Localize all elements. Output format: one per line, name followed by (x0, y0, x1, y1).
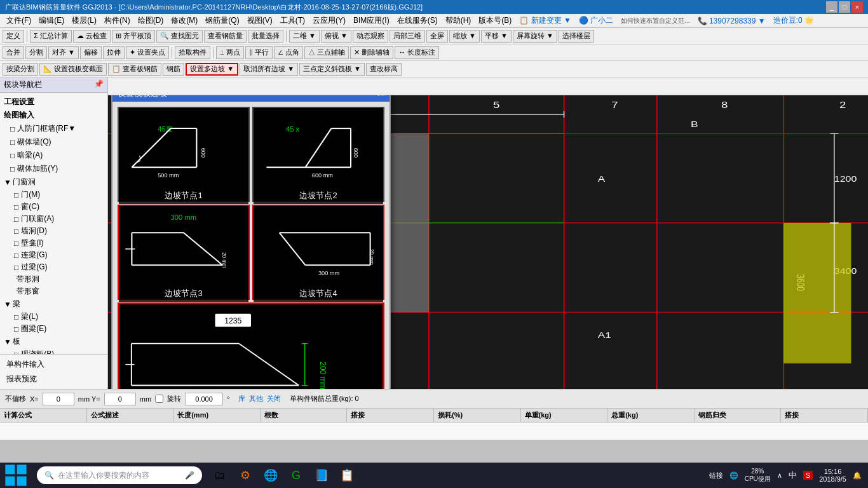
sidebar-item-castslab[interactable]: □现浇板(B) (0, 348, 107, 354)
tb-zoom[interactable]: 缩放 ▼ (449, 30, 480, 43)
cad-area[interactable]: 6500 5 7 8 2 B A A1 1200 3400 3600 (108, 78, 868, 389)
tb-rebar-text[interactable]: 钢筋 (163, 63, 184, 76)
sidebar-item-ringbeam[interactable]: □圈梁(E) (0, 323, 107, 335)
taskbar-icon-1[interactable]: 🗂 (207, 463, 233, 488)
tb-set-slope[interactable]: 设置多边坡 ▼ (186, 63, 238, 76)
notification-btn[interactable]: 🔔 (853, 471, 862, 480)
tb-view-rebar[interactable]: 查看钢筋量 (204, 30, 247, 43)
start-button[interactable] (0, 463, 32, 488)
menu-price[interactable]: 造价豆:0 🌟 (770, 14, 818, 27)
menu-phone[interactable]: 📞 13907298339 ▼ (694, 15, 770, 27)
slope-node-3[interactable]: 300 mm 20 mm 边坡节点3 (118, 205, 250, 300)
menu-modify[interactable]: 修改(M) (167, 14, 201, 27)
tb-dim[interactable]: ↔ 长度标注 (395, 46, 439, 59)
rotate-checkbox[interactable] (155, 395, 163, 403)
tb-merge[interactable]: 合并 (3, 46, 24, 59)
sidebar-section-project[interactable]: 工程设置 (0, 95, 107, 109)
sidebar-item-stripwindow[interactable]: 带形窗 (0, 285, 107, 297)
tb-pick[interactable]: 拾取构件 (175, 46, 210, 59)
tb-grip[interactable]: ✦ 设置夹点 (126, 46, 169, 59)
slope-node-2[interactable]: 45 x 600 mm 600 边坡节点2 (252, 107, 384, 202)
tb-orbit[interactable]: 动态观察 (353, 30, 388, 43)
tb-set-section[interactable]: 📐 设置筏板变截面 (39, 63, 107, 76)
sidebar-item-beam[interactable]: □梁(L) (0, 311, 107, 323)
menu-bim[interactable]: BIM应用(I) (349, 14, 393, 27)
taskbar-icon-5[interactable]: 📘 (309, 463, 334, 488)
tab-other[interactable]: 其他 (249, 394, 263, 403)
menu-tools[interactable]: 工具(T) (276, 14, 309, 27)
tb-cancel-slope[interactable]: 取消所有边坡 ▼ (240, 63, 298, 76)
menu-view[interactable]: 视图(V) (243, 14, 276, 27)
sidebar-item-wallhole[interactable]: □墙洞(D) (0, 225, 107, 237)
maximize-button[interactable]: □ (839, 1, 850, 13)
tb-calc[interactable]: Σ 汇总计算 (30, 30, 72, 43)
tb-rotate[interactable]: 屏幕旋转 ▼ (513, 30, 557, 43)
menu-file[interactable]: 文件(F) (3, 14, 35, 27)
tb-select-floor[interactable]: 选择楼层 (559, 30, 594, 43)
sidebar-item-hbeam[interactable]: □暗梁(A) (0, 149, 107, 162)
sidebar-pin[interactable]: 📌 (94, 79, 104, 90)
close-button[interactable]: × (851, 1, 863, 13)
sidebar-report[interactable]: 报表预览 (4, 372, 104, 386)
tb-split-beam[interactable]: 按梁分割 (3, 63, 38, 76)
menu-guang[interactable]: 🔵 广小二 (575, 14, 617, 27)
sidebar-item-coupling[interactable]: □连梁(G) (0, 249, 107, 261)
tray-link[interactable]: 链接 (709, 471, 723, 480)
lang-indicator[interactable]: 中 (789, 470, 797, 481)
sidebar-item-niche[interactable]: □壁龛(I) (0, 237, 107, 249)
tb-offset[interactable]: 偏移 (80, 46, 102, 59)
sidebar-item-lintel[interactable]: □过梁(G) (0, 261, 107, 273)
tb-define[interactable]: 定义 (3, 30, 24, 43)
sidebar-group-opening[interactable]: ▼门窗洞 (0, 175, 107, 189)
x-input[interactable] (43, 393, 74, 405)
sidebar-group-beam[interactable]: ▼梁 (0, 297, 107, 311)
tb-align[interactable]: 对齐 ▼ (48, 46, 79, 59)
tb-view-bar[interactable]: 📋 查看板钢筋 (108, 63, 161, 76)
sidebar-item-rffm[interactable]: □人防门框墙(RF▼ (0, 122, 107, 135)
menu-online[interactable]: 在线服务(S) (393, 14, 442, 27)
menu-cloud[interactable]: 云应用(Y) (309, 14, 349, 27)
slope-node-1[interactable]: 45度 500 mm 600 边坡节 (118, 107, 250, 202)
tab-close[interactable]: 关闭 (267, 394, 281, 403)
taskbar-icon-3[interactable]: 🌐 (258, 463, 283, 488)
mic-icon[interactable]: 🎤 (185, 471, 194, 480)
tb-3axis[interactable]: △ 三点辅轴 (304, 46, 349, 59)
sidebar-item-striphole[interactable]: 带形洞 (0, 273, 107, 285)
sidebar-group-slab[interactable]: ▼板 (0, 335, 107, 348)
menu-edit[interactable]: 编辑(E) (35, 14, 68, 27)
ime-indicator[interactable]: S (803, 471, 813, 480)
rotate-input[interactable] (185, 393, 223, 405)
sidebar-item-doorwindow[interactable]: □门联窗(A) (0, 213, 107, 225)
menu-version[interactable]: 版本号(B) (475, 14, 515, 27)
minimize-button[interactable]: _ (826, 1, 837, 13)
sidebar-item-masonry[interactable]: □砌体墙(Q) (0, 135, 107, 149)
tb-batch[interactable]: 批量选择 (248, 30, 283, 43)
menu-rebar[interactable]: 钢筋量(Q) (201, 14, 243, 27)
slope-node-4[interactable]: 300 mm 20 mm 边坡节点4 (252, 205, 384, 300)
search-bar[interactable]: 🔍 在这里输入你要搜索的内容 🎤 (37, 466, 202, 484)
tb-cloudcheck[interactable]: ☁ 云检查 (73, 30, 111, 43)
tb-twopoints[interactable]: ⟂ 两点 (216, 46, 244, 59)
tb-del-axis[interactable]: ✕ 删除辅轴 (350, 46, 393, 59)
menu-help[interactable]: 帮助(H) (442, 14, 475, 27)
tb-3point-slab[interactable]: 三点定义斜筏板 ▼ (299, 63, 365, 76)
menu-layout[interactable]: 如何快速布置自定义范... (617, 15, 693, 27)
tb-local3d[interactable]: 局部三维 (390, 30, 425, 43)
menu-draw[interactable]: 绘图(D) (134, 14, 168, 27)
tray-up-arrow[interactable]: ∧ (777, 471, 782, 480)
y-input[interactable] (104, 393, 136, 405)
menu-new-change[interactable]: 📋 新建变更 ▼ (515, 14, 575, 27)
tb-fullscreen[interactable]: 全屏 (426, 30, 448, 43)
slope-node-5-large[interactable]: 1235 200 mm (118, 302, 384, 389)
tray-network[interactable]: 🌐 (729, 471, 738, 480)
tb-pointangle[interactable]: ∠ 点角 (274, 46, 303, 59)
tb-edit-height[interactable]: 查改标高 (366, 63, 402, 76)
tab-library[interactable]: 库 (238, 394, 245, 403)
tb-2d[interactable]: 二维 ▼ (289, 30, 320, 43)
menu-floor[interactable]: 楼层(L) (68, 14, 100, 27)
tb-find[interactable]: 🔍 查找图元 (156, 30, 203, 43)
sidebar-section-draw[interactable]: 绘图输入 (0, 109, 107, 122)
sidebar-item-door[interactable]: □门(M) (0, 189, 107, 201)
tb-parallel[interactable]: ∥ 平行 (245, 46, 273, 59)
tb-topview[interactable]: 俯视 ▼ (321, 30, 351, 43)
